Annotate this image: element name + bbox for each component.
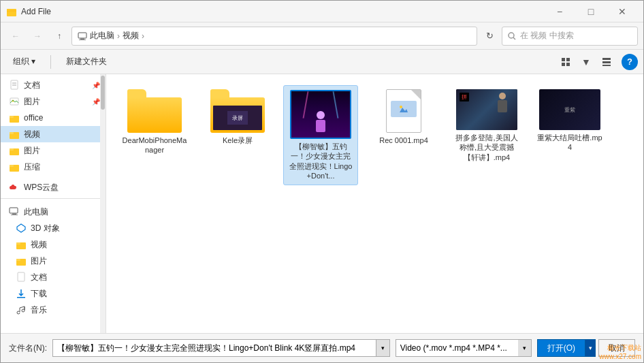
refresh-button[interactable]: ↻ — [480, 27, 499, 46]
sidebar-item-videos[interactable]: 视频 — [1, 126, 106, 142]
office-folder-icon — [9, 112, 20, 123]
sidebar-item-documents2[interactable]: 文档 — [1, 269, 106, 285]
computer-icon — [78, 31, 87, 41]
svg-rect-34 — [16, 259, 20, 261]
breadcrumb-part2: 视频 — [123, 30, 139, 42]
back-button[interactable]: ← — [6, 27, 25, 46]
file-label-zijin: 重紫大结局吐槽.mp4 — [536, 133, 603, 153]
svg-rect-2 — [78, 33, 86, 38]
file-area: DearMobiPhoneManager 录屏 Kele录屏 — [106, 74, 643, 333]
open-arrow-button[interactable]: ▾ — [585, 339, 596, 357]
videos-folder-icon — [9, 129, 20, 140]
svg-point-5 — [509, 33, 514, 38]
sidebar-label-wps-cloud: WPS云盘 — [24, 182, 59, 193]
file-label-liuzhizhi: 【柳智敏】五钓一！少女漫女主完全照进现实！Lingo+Don't... — [288, 142, 353, 180]
close-button[interactable]: ✕ — [607, 1, 638, 22]
title-bar: Add File − □ ✕ — [1, 1, 643, 22]
file-label-dear-mobi: DearMobiPhoneManager — [121, 136, 188, 155]
3d-objects-icon — [16, 223, 27, 234]
sidebar-item-pictures[interactable]: 图片 📌 — [1, 93, 106, 110]
main-content: 文档 📌 图片 📌 office 视频 — [1, 74, 643, 333]
file-image-area — [391, 101, 417, 117]
sidebar-item-office[interactable]: office — [1, 110, 106, 126]
sidebar-label-documents: 文档 — [24, 80, 40, 91]
downloads-icon — [16, 288, 27, 299]
organize-button[interactable]: 组织 ▾ — [6, 52, 42, 72]
sidebar-item-music[interactable]: 音乐 — [1, 302, 106, 318]
svg-rect-35 — [18, 272, 25, 281]
filename-input[interactable] — [52, 339, 376, 357]
up-button[interactable]: ↑ — [50, 27, 69, 46]
view-details-icon — [602, 57, 611, 67]
svg-marker-30 — [17, 224, 25, 232]
breadcrumb-part1: 此电脑 — [90, 30, 114, 42]
compress-folder-icon — [9, 161, 20, 172]
wps-cloud-icon — [9, 182, 20, 193]
svg-rect-13 — [602, 65, 611, 66]
sidebar-label-this-pc: 此电脑 — [24, 206, 48, 218]
svg-rect-1 — [7, 9, 10, 11]
sidebar-item-pictures2[interactable]: 图片 — [1, 142, 106, 159]
mountain-icon — [398, 104, 409, 114]
view-details-button[interactable] — [597, 52, 616, 72]
svg-rect-7 — [562, 58, 565, 61]
filename-dropdown-button[interactable]: ▾ — [376, 339, 390, 357]
watermark-line1: 极光下载站 — [599, 343, 641, 353]
sidebar-scrollbar[interactable] — [100, 74, 106, 333]
videos2-icon — [16, 239, 27, 250]
watermark: 极光下载站 www.x27.com — [599, 343, 641, 360]
filetype-dropdown-button[interactable]: ▾ — [518, 339, 532, 357]
svg-rect-4 — [79, 40, 86, 40]
file-item-dear-mobi[interactable]: DearMobiPhoneManager — [117, 85, 192, 185]
sidebar: 文档 📌 图片 📌 office 视频 — [1, 74, 106, 333]
svg-marker-39 — [400, 108, 408, 112]
svg-rect-8 — [566, 58, 570, 61]
watermark-line2: www.x27.com — [599, 353, 641, 360]
pictures-icon — [9, 96, 20, 107]
svg-rect-26 — [10, 165, 14, 167]
maximize-button[interactable]: □ — [575, 1, 607, 22]
folder-kele-thumb: 录屏 — [213, 106, 262, 130]
sidebar-item-downloads[interactable]: 下载 — [1, 285, 106, 302]
view-dropdown-button[interactable]: ▼ — [577, 52, 596, 72]
open-button[interactable]: 打开(O) — [537, 339, 585, 357]
file-item-rec0001[interactable]: Rec 0001.mp4 — [366, 85, 441, 185]
sidebar-item-wps-cloud[interactable]: WPS云盘 — [1, 179, 106, 195]
help-button[interactable]: ? — [622, 54, 638, 70]
sidebar-label-documents2: 文档 — [31, 272, 47, 283]
window: Add File − □ ✕ ← → ↑ 此电脑 › 视频 › ↻ 在 视频 中… — [0, 0, 644, 363]
sidebar-item-documents[interactable]: 文档 📌 — [1, 77, 106, 93]
breadcrumb[interactable]: 此电脑 › 视频 › — [71, 27, 477, 46]
sidebar-item-pictures3[interactable]: 图片 — [1, 253, 106, 269]
pictures2-folder-icon — [9, 145, 20, 156]
view-list-button[interactable] — [556, 52, 575, 72]
mp4-icon-rec0001 — [386, 89, 421, 133]
search-box[interactable]: 在 视频 中搜索 — [502, 27, 638, 46]
video-thumb-pinduo: 拼 — [456, 89, 517, 130]
folder-visual-dear-mobi — [127, 89, 182, 133]
view-list-icon — [561, 57, 570, 67]
forward-button[interactable]: → — [28, 27, 47, 46]
view-buttons: ▼ — [556, 52, 616, 72]
sidebar-label-pictures: 图片 — [24, 96, 40, 108]
sidebar-item-3d-objects[interactable]: 3D 对象 — [1, 220, 106, 236]
file-item-kele[interactable]: 录屏 Kele录屏 — [200, 85, 275, 185]
new-folder-button[interactable]: 新建文件夹 — [59, 52, 114, 72]
svg-rect-28 — [12, 213, 16, 215]
filetype-select[interactable]: Video (*.mov *.mp4 *.MP4 *... — [396, 339, 532, 357]
sidebar-label-videos2: 视频 — [31, 239, 47, 251]
pin-icon-documents: 📌 — [92, 82, 100, 89]
sidebar-item-videos2[interactable]: 视频 — [1, 236, 106, 253]
documents2-icon — [16, 272, 27, 283]
file-item-pinduo[interactable]: 拼 拼多多登陆,美国人称懵,且大受震撼【轩讲】.mp4 — [449, 85, 524, 185]
svg-rect-9 — [562, 63, 565, 66]
filename-input-wrapper: ▾ — [52, 339, 390, 357]
sidebar-label-office: office — [24, 113, 43, 123]
sidebar-scroll-thumb[interactable] — [101, 76, 105, 110]
sidebar-item-compress[interactable]: 压缩 — [1, 159, 106, 175]
sidebar-item-this-pc[interactable]: 此电脑 — [1, 204, 106, 220]
minimize-button[interactable]: − — [544, 1, 575, 22]
file-item-zijin[interactable]: 重紫 重紫大结局吐槽.mp4 — [532, 85, 607, 185]
folder-kele-thumb-image: 录屏 — [227, 111, 248, 125]
file-item-liuzhizhi[interactable]: 【柳智敏】五钓一！少女漫女主完全照进现实！Lingo+Don't... — [283, 85, 358, 185]
